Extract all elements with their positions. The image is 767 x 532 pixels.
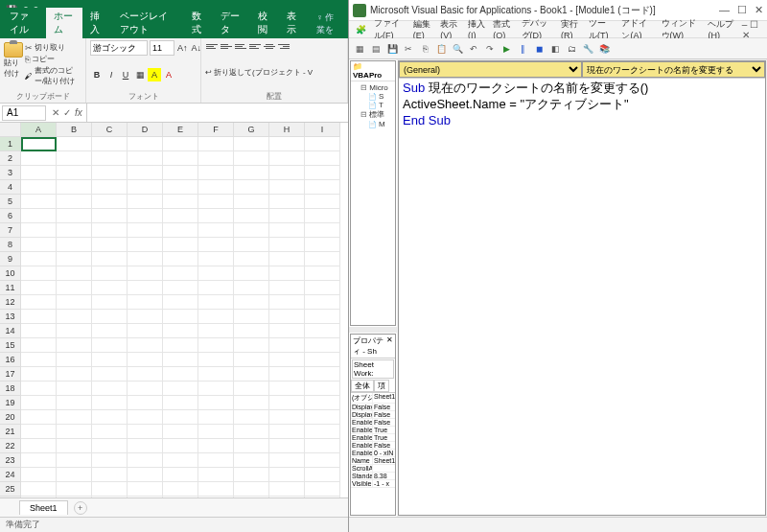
fill-color-button[interactable]: A <box>148 68 161 81</box>
cell[interactable] <box>269 295 305 310</box>
row-header[interactable]: 12 <box>0 295 21 310</box>
property-row[interactable]: DisplayRFalse <box>351 411 395 419</box>
prop-tab-categorized[interactable]: 項 <box>374 380 389 392</box>
cell[interactable] <box>128 367 163 382</box>
cell[interactable] <box>198 209 234 223</box>
cell[interactable] <box>163 223 198 238</box>
splitter[interactable] <box>349 327 397 333</box>
row-header[interactable]: 6 <box>0 209 21 223</box>
align-center-button[interactable] <box>263 40 276 52</box>
cell[interactable] <box>305 382 340 396</box>
cell[interactable] <box>234 238 269 252</box>
view-excel-icon[interactable]: ▦ <box>353 42 366 56</box>
cell[interactable] <box>198 195 234 209</box>
cell[interactable] <box>128 382 163 396</box>
tree-project[interactable]: Micro <box>353 83 393 92</box>
add-sheet-button[interactable]: + <box>74 501 87 515</box>
align-bottom-button[interactable] <box>234 40 247 52</box>
property-row[interactable]: DisplayPFalse <box>351 404 395 411</box>
cell[interactable] <box>163 166 198 180</box>
cell[interactable] <box>92 266 128 281</box>
row-header[interactable]: 9 <box>0 252 21 266</box>
cell[interactable] <box>21 367 57 382</box>
tell-me[interactable]: ♀ 作業を <box>309 10 348 38</box>
cell[interactable] <box>21 195 57 209</box>
font-size-select[interactable] <box>150 40 174 56</box>
property-row[interactable]: NameSheet1 <box>351 457 395 465</box>
tree-modules[interactable]: 標準 <box>353 109 393 120</box>
row-header[interactable]: 15 <box>0 338 21 353</box>
reset-icon[interactable]: ◼ <box>532 42 546 56</box>
cell[interactable] <box>21 209 57 223</box>
cell[interactable] <box>92 166 128 180</box>
cell[interactable] <box>198 310 234 324</box>
cell[interactable] <box>163 468 198 482</box>
cell[interactable] <box>305 151 340 166</box>
row-header[interactable]: 22 <box>0 439 21 453</box>
cell[interactable] <box>234 223 269 238</box>
cell[interactable] <box>128 482 163 497</box>
mdi-close-icon[interactable]: – ☐ ✕ <box>739 18 763 41</box>
col-header[interactable]: C <box>92 123 128 137</box>
formula-bar[interactable] <box>86 104 348 122</box>
row-header[interactable]: 1 <box>0 137 21 151</box>
cell[interactable] <box>163 209 198 223</box>
properties-icon[interactable]: 🔧 <box>581 42 594 56</box>
cell[interactable] <box>21 266 57 281</box>
insert-module-icon[interactable]: ▤ <box>369 42 383 56</box>
cell[interactable] <box>128 223 163 238</box>
tree-leaf[interactable]: M <box>353 120 393 128</box>
col-header[interactable]: I <box>305 123 340 137</box>
tab-file[interactable]: ファイル <box>2 8 46 38</box>
row-header[interactable]: 11 <box>0 281 21 295</box>
cell[interactable] <box>92 425 128 439</box>
cell[interactable] <box>57 439 92 453</box>
cell[interactable] <box>198 338 234 353</box>
tab-home[interactable]: ホーム <box>46 8 82 38</box>
row-header[interactable]: 10 <box>0 266 21 281</box>
cell[interactable] <box>163 453 198 468</box>
cell[interactable] <box>21 425 57 439</box>
cell[interactable] <box>163 281 198 295</box>
cell[interactable] <box>57 382 92 396</box>
tree-leaf[interactable]: S <box>353 92 393 101</box>
cell[interactable] <box>305 367 340 382</box>
cell[interactable] <box>92 453 128 468</box>
row-header[interactable]: 20 <box>0 410 21 425</box>
cell[interactable] <box>163 266 198 281</box>
row-header[interactable]: 4 <box>0 180 21 195</box>
cell[interactable] <box>163 353 198 367</box>
cell[interactable] <box>57 209 92 223</box>
fx-icon[interactable]: fx <box>75 107 82 118</box>
cell[interactable] <box>305 410 340 425</box>
sheet-tab-sheet1[interactable]: Sheet1 <box>19 500 68 515</box>
cell[interactable] <box>128 310 163 324</box>
cell[interactable] <box>234 252 269 266</box>
cell[interactable] <box>269 151 305 166</box>
object-browser-icon[interactable]: 📚 <box>597 42 611 56</box>
cell[interactable] <box>269 396 305 410</box>
cell[interactable] <box>92 382 128 396</box>
cell[interactable] <box>128 281 163 295</box>
cell[interactable] <box>92 252 128 266</box>
cell[interactable] <box>21 439 57 453</box>
cell[interactable] <box>128 252 163 266</box>
col-header[interactable]: H <box>269 123 305 137</box>
cell[interactable] <box>163 482 198 497</box>
cell[interactable] <box>305 266 340 281</box>
cell[interactable] <box>92 468 128 482</box>
cell[interactable] <box>234 353 269 367</box>
minimize-icon[interactable]: — <box>719 4 730 16</box>
cell[interactable] <box>92 353 128 367</box>
cell[interactable] <box>269 425 305 439</box>
cell[interactable] <box>269 453 305 468</box>
property-row[interactable]: EnableS0 - xlN <box>351 450 395 457</box>
cell[interactable] <box>198 137 234 151</box>
cell[interactable] <box>305 353 340 367</box>
cell[interactable] <box>234 382 269 396</box>
row-header[interactable]: 2 <box>0 151 21 166</box>
cell[interactable] <box>305 166 340 180</box>
cell[interactable] <box>21 295 57 310</box>
cell[interactable] <box>21 396 57 410</box>
tree-leaf[interactable]: T <box>353 101 393 109</box>
